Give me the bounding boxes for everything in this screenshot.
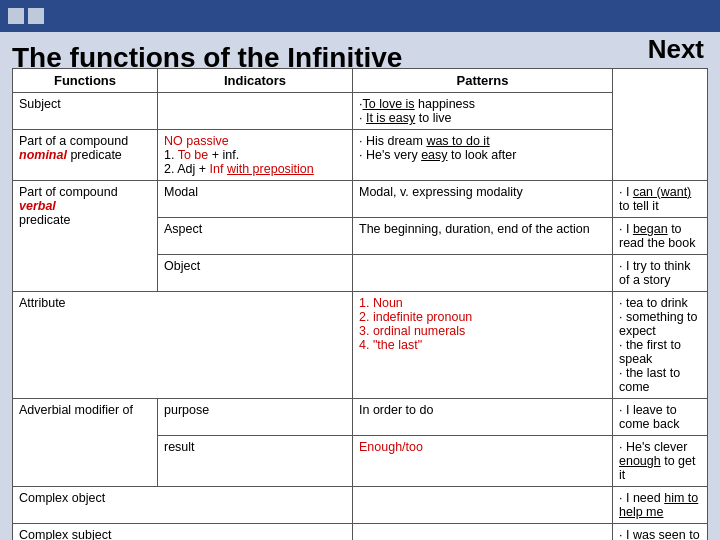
page-title: The functions of the Infinitive	[0, 32, 720, 78]
table-row-nominal-predicate: Part of a compound nominal predicate NO …	[13, 130, 708, 181]
cell-modal-sublabel: Modal	[158, 181, 353, 218]
pattern-it-is-easy: · It is easy to live	[359, 111, 451, 125]
cell-object-sublabel: Object	[158, 255, 353, 292]
pattern-his-dream: · His dream was to do it	[359, 134, 490, 148]
cell-aspect-indicators: The beginning, duration, end of the acti…	[353, 218, 613, 255]
cell-subject-function: Subject	[13, 93, 158, 130]
cell-object-patterns: · I try to think of a story	[613, 255, 708, 292]
cell-complex-object-function: Complex object	[13, 487, 353, 524]
cell-verbal-function: Part of compound verbalpredicate	[13, 181, 158, 292]
text-nominal: nominal	[19, 148, 67, 162]
cell-modal-indicators: Modal, v. expressing modality	[353, 181, 613, 218]
cell-adverbial-function: Adverbial modifier of	[13, 399, 158, 487]
pattern-hes-very: · He's very easy to look after	[359, 148, 516, 162]
cell-nominal-function: Part of a compound nominal predicate	[13, 130, 158, 181]
cell-modal-patterns: · I can (want) to tell it	[613, 181, 708, 218]
cell-purpose-indicators: In order to do	[353, 399, 613, 436]
cell-complex-subject-indicators	[353, 524, 613, 541]
cell-subject-patterns: ·To love is happiness · It is easy to li…	[353, 93, 613, 130]
table-row-adverbial-purpose: Adverbial modifier of purpose In order t…	[13, 399, 708, 436]
text-no-passive: NO passive	[164, 134, 229, 148]
text-predicate: predicate	[67, 148, 122, 162]
top-bar	[0, 0, 720, 32]
text-verbal: verbal	[19, 199, 56, 213]
cell-attribute-patterns: · tea to drink · something to expect · t…	[613, 292, 708, 399]
cell-object-indicators	[353, 255, 613, 292]
text-enough-too: Enough/too	[359, 440, 423, 454]
cell-purpose-patterns: · I leave to come back	[613, 399, 708, 436]
cell-subject-indicators	[158, 93, 353, 130]
text-noun: 1. Noun	[359, 296, 403, 310]
text-the-last: 4. "the last"	[359, 338, 422, 352]
cell-nominal-indicators: NO passive 1. To be + inf. 2. Adj + Inf …	[158, 130, 353, 181]
text-part-of-compound: Part of a compound	[19, 134, 128, 148]
text-indef-pronoun: 2. indefinite pronoun	[359, 310, 472, 324]
cell-aspect-sublabel: Aspect	[158, 218, 353, 255]
cell-attribute-indicators: 1. Noun 2. indefinite pronoun 3. ordinal…	[353, 292, 613, 399]
table-row-verbal-modal: Part of compound verbalpredicate Modal M…	[13, 181, 708, 218]
text-to-be: 1. To be + inf.	[164, 148, 239, 162]
pattern-to-love: ·To love is happiness	[359, 97, 475, 111]
cell-nominal-patterns: · His dream was to do it · He's very eas…	[353, 130, 613, 181]
cell-complex-object-patterns: · I need him to help me	[613, 487, 708, 524]
icon-2	[28, 8, 44, 24]
cell-result-indicators: Enough/too	[353, 436, 613, 487]
table-row-complex-subject: Complex subject · I was seen to cross th…	[13, 524, 708, 541]
table-row-subject: Subject ·To love is happiness · It is ea…	[13, 93, 708, 130]
cell-result-sublabel: result	[158, 436, 353, 487]
table-row-attribute: Attribute 1. Noun 2. indefinite pronoun …	[13, 292, 708, 399]
functions-table: Functions Indicators Patterns Subject ·T…	[12, 68, 708, 540]
cell-complex-subject-function: Complex subject	[13, 524, 353, 541]
cell-result-patterns: · He's clever enough to get it	[613, 436, 708, 487]
icon-1	[8, 8, 24, 24]
cell-purpose-sublabel: purpose	[158, 399, 353, 436]
cell-aspect-patterns: · I began to read the book	[613, 218, 708, 255]
text-adj-inf: 2. Adj + Inf with preposition	[164, 162, 314, 176]
cell-complex-object-indicators	[353, 487, 613, 524]
cell-attribute-function: Attribute	[13, 292, 353, 399]
table-row-complex-object: Complex object · I need him to help me	[13, 487, 708, 524]
text-ordinal: 3. ordinal numerals	[359, 324, 465, 338]
top-bar-icons	[8, 8, 44, 24]
main-table-wrapper: Functions Indicators Patterns Subject ·T…	[12, 68, 708, 532]
cell-complex-subject-patterns: · I was seen to cross the street	[613, 524, 708, 541]
